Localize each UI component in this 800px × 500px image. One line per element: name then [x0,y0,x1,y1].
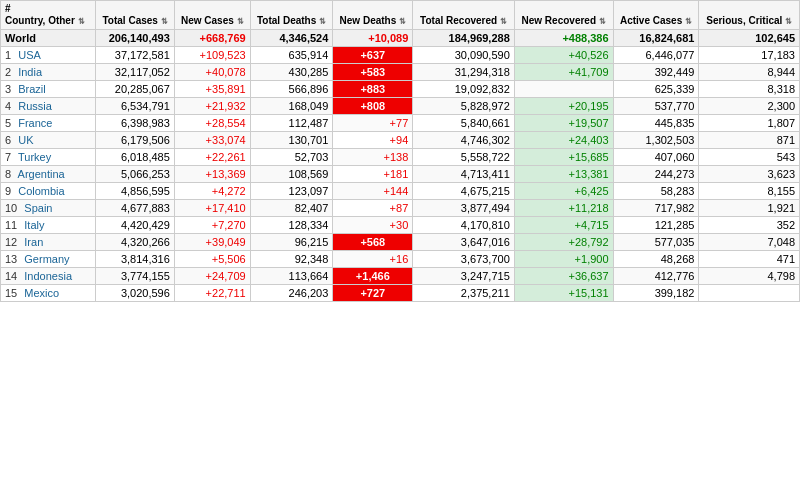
active-cases: 537,770 [613,98,699,115]
row-rank-country: 8 Argentina [1,166,96,183]
total-cases: 3,020,596 [96,285,175,302]
table-row: 6 UK 6,179,506 +33,074 130,701 +94 4,746… [1,132,800,149]
table-row: 4 Russia 6,534,791 +21,932 168,049 +808 … [1,98,800,115]
active-cases: 577,035 [613,234,699,251]
row-rank-country: 9 Colombia [1,183,96,200]
new-cases: +7,270 [174,217,250,234]
new-recovered: +4,715 [514,217,613,234]
row-rank-country: 13 Germany [1,251,96,268]
world-total-cases: 206,140,493 [96,30,175,47]
total-cases: 32,117,052 [96,64,175,81]
country-link[interactable]: Russia [18,100,52,112]
total-recovered: 4,746,302 [413,132,515,149]
world-new-deaths: +10,089 [333,30,413,47]
world-active-cases: 16,824,681 [613,30,699,47]
total-deaths: 112,487 [250,115,333,132]
active-cases: 244,273 [613,166,699,183]
new-deaths: +138 [333,149,413,166]
country-link[interactable]: Italy [24,219,44,231]
new-cases: +39,049 [174,234,250,251]
country-link[interactable]: Indonesia [24,270,72,282]
country-link[interactable]: India [18,66,42,78]
total-recovered: 30,090,590 [413,47,515,64]
new-cases: +22,711 [174,285,250,302]
col-header-new-cases[interactable]: New Cases ⇅ [174,1,250,30]
col-header-serious[interactable]: Serious, Critical ⇅ [699,1,800,30]
country-link[interactable]: UK [18,134,33,146]
active-cases: 445,835 [613,115,699,132]
row-rank-country: 12 Iran [1,234,96,251]
table-row: 9 Colombia 4,856,595 +4,272 123,097 +144… [1,183,800,200]
col-header-total-deaths[interactable]: Total Deaths ⇅ [250,1,333,30]
active-cases: 121,285 [613,217,699,234]
world-new-cases: +668,769 [174,30,250,47]
col-header-new-recovered[interactable]: New Recovered ⇅ [514,1,613,30]
row-rank-country: 14 Indonesia [1,268,96,285]
rank-number: 1 [5,49,11,61]
world-total-recovered: 184,969,288 [413,30,515,47]
country-link[interactable]: Turkey [18,151,51,163]
total-recovered: 4,170,810 [413,217,515,234]
country-link[interactable]: Mexico [24,287,59,299]
new-recovered: +28,792 [514,234,613,251]
rank-number: 10 [5,202,17,214]
total-deaths: 113,664 [250,268,333,285]
total-recovered: 5,828,972 [413,98,515,115]
serious-critical: 1,921 [699,200,800,217]
total-recovered: 3,877,494 [413,200,515,217]
country-link[interactable]: France [18,117,52,129]
total-recovered: 31,294,318 [413,64,515,81]
active-cases: 399,182 [613,285,699,302]
serious-critical: 352 [699,217,800,234]
total-cases: 4,320,266 [96,234,175,251]
col-header-active-cases[interactable]: Active Cases ⇅ [613,1,699,30]
world-total-deaths: 4,346,524 [250,30,333,47]
new-cases: +13,369 [174,166,250,183]
new-recovered: +6,425 [514,183,613,200]
country-link[interactable]: Brazil [18,83,46,95]
new-cases: +109,523 [174,47,250,64]
country-link[interactable]: Germany [24,253,69,265]
serious-critical: 4,798 [699,268,800,285]
table-row: 11 Italy 4,420,429 +7,270 128,334 +30 4,… [1,217,800,234]
new-deaths: +77 [333,115,413,132]
country-link[interactable]: Iran [24,236,43,248]
table-row: 12 Iran 4,320,266 +39,049 96,215 +568 3,… [1,234,800,251]
country-link[interactable]: Spain [24,202,52,214]
col-header-country[interactable]: # Country, Other ⇅ [1,1,96,30]
new-cases: +5,506 [174,251,250,268]
total-deaths: 52,703 [250,149,333,166]
new-recovered: +15,685 [514,149,613,166]
new-deaths: +87 [333,200,413,217]
new-recovered: +19,507 [514,115,613,132]
rank-number: 12 [5,236,17,248]
row-rank-country: 6 UK [1,132,96,149]
active-cases: 407,060 [613,149,699,166]
new-recovered: +40,526 [514,47,613,64]
new-deaths: +583 [333,64,413,81]
total-cases: 4,856,595 [96,183,175,200]
new-cases: +33,074 [174,132,250,149]
col-header-total-recovered[interactable]: Total Recovered ⇅ [413,1,515,30]
col-header-new-deaths[interactable]: New Deaths ⇅ [333,1,413,30]
total-cases: 4,420,429 [96,217,175,234]
total-cases: 37,172,581 [96,47,175,64]
rank-number: 7 [5,151,11,163]
rank-number: 14 [5,270,17,282]
row-rank-country: 3 Brazil [1,81,96,98]
row-rank-country: 4 Russia [1,98,96,115]
table-row: 10 Spain 4,677,883 +17,410 82,407 +87 3,… [1,200,800,217]
country-link[interactable]: Colombia [18,185,64,197]
country-link[interactable]: Argentina [18,168,65,180]
rank-number: 4 [5,100,11,112]
rank-number: 3 [5,83,11,95]
country-link[interactable]: USA [18,49,41,61]
row-rank-country: 1 USA [1,47,96,64]
new-cases: +40,078 [174,64,250,81]
total-cases: 20,285,067 [96,81,175,98]
serious-critical: 1,807 [699,115,800,132]
active-cases: 625,339 [613,81,699,98]
world-row: World 206,140,493 +668,769 4,346,524 +10… [1,30,800,47]
col-header-total-cases[interactable]: Total Cases ⇅ [96,1,175,30]
new-cases: +35,891 [174,81,250,98]
